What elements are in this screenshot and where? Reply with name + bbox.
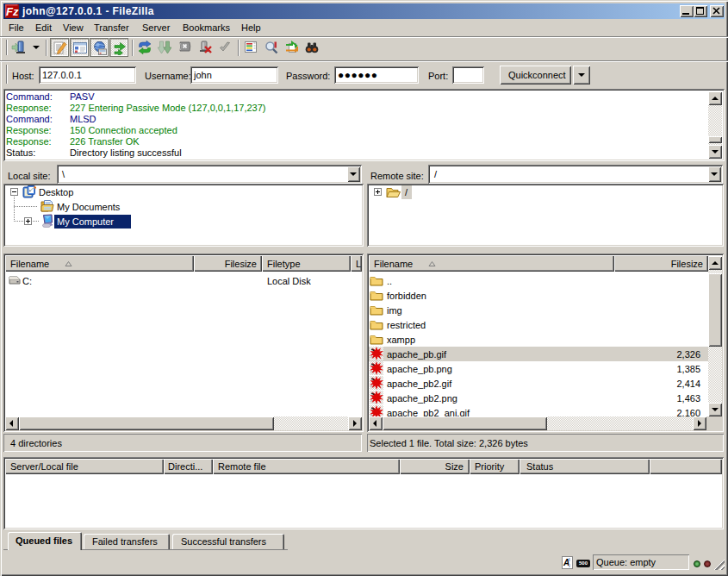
svg-text:Fz: Fz [6, 5, 19, 18]
svg-text:A: A [563, 558, 569, 567]
